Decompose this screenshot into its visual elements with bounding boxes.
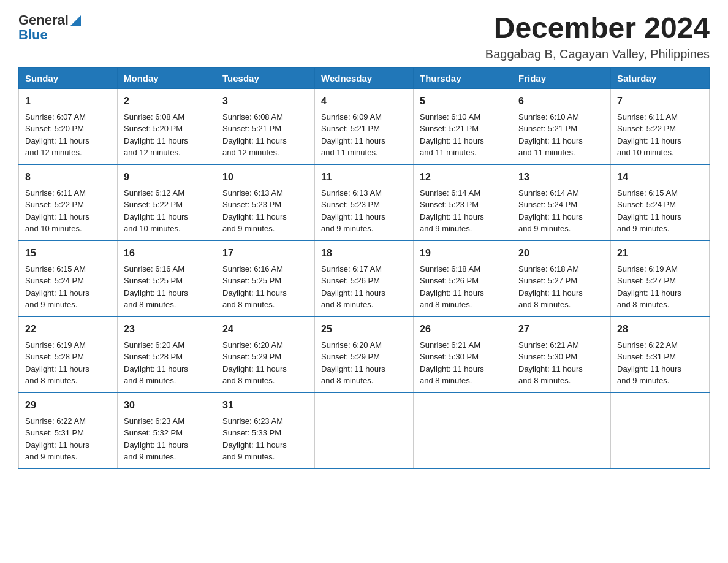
- day-info: Sunrise: 6:10 AMSunset: 5:21 PMDaylight:…: [518, 111, 604, 159]
- calendar-day-cell: 6Sunrise: 6:10 AMSunset: 5:21 PMDaylight…: [512, 88, 611, 164]
- day-info: Sunrise: 6:08 AMSunset: 5:20 PMDaylight:…: [124, 111, 210, 159]
- day-number: 24: [222, 322, 308, 337]
- day-number: 12: [420, 170, 506, 185]
- day-number: 20: [518, 246, 604, 261]
- header-thursday: Thursday: [414, 67, 512, 88]
- day-number: 17: [222, 246, 308, 261]
- calendar-day-cell: 31Sunrise: 6:23 AMSunset: 5:33 PMDayligh…: [216, 393, 315, 469]
- day-info: Sunrise: 6:10 AMSunset: 5:21 PMDaylight:…: [420, 111, 506, 159]
- day-number: 26: [420, 322, 506, 337]
- day-info: Sunrise: 6:21 AMSunset: 5:30 PMDaylight:…: [518, 339, 604, 387]
- calendar-day-cell: 1Sunrise: 6:07 AMSunset: 5:20 PMDaylight…: [19, 88, 118, 164]
- day-info: Sunrise: 6:16 AMSunset: 5:25 PMDaylight:…: [222, 263, 308, 311]
- calendar-day-cell: 22Sunrise: 6:19 AMSunset: 5:28 PMDayligh…: [19, 316, 118, 393]
- day-number: 1: [25, 94, 111, 109]
- day-number: 6: [518, 94, 604, 109]
- calendar-day-cell: 17Sunrise: 6:16 AMSunset: 5:25 PMDayligh…: [216, 240, 315, 316]
- day-number: 27: [518, 322, 604, 337]
- calendar-day-cell: 26Sunrise: 6:21 AMSunset: 5:30 PMDayligh…: [414, 316, 512, 393]
- calendar-day-cell: [611, 393, 710, 469]
- day-info: Sunrise: 6:15 AMSunset: 5:24 PMDaylight:…: [617, 187, 703, 235]
- day-info: Sunrise: 6:12 AMSunset: 5:22 PMDaylight:…: [124, 187, 210, 235]
- calendar-day-cell: 28Sunrise: 6:22 AMSunset: 5:31 PMDayligh…: [611, 316, 710, 393]
- calendar-day-cell: 18Sunrise: 6:17 AMSunset: 5:26 PMDayligh…: [315, 240, 414, 316]
- day-number: 18: [321, 246, 407, 261]
- calendar-day-cell: 29Sunrise: 6:22 AMSunset: 5:31 PMDayligh…: [19, 393, 118, 469]
- day-info: Sunrise: 6:11 AMSunset: 5:22 PMDaylight:…: [617, 111, 703, 159]
- day-number: 22: [25, 322, 111, 337]
- day-info: Sunrise: 6:19 AMSunset: 5:28 PMDaylight:…: [25, 339, 111, 387]
- day-number: 19: [420, 246, 506, 261]
- calendar-day-cell: 20Sunrise: 6:18 AMSunset: 5:27 PMDayligh…: [512, 240, 611, 316]
- logo-general-text: General: [18, 12, 69, 28]
- day-info: Sunrise: 6:07 AMSunset: 5:20 PMDaylight:…: [25, 111, 111, 159]
- day-number: 3: [222, 94, 308, 109]
- calendar-table: SundayMondayTuesdayWednesdayThursdayFrid…: [18, 67, 710, 469]
- calendar-week-row: 8Sunrise: 6:11 AMSunset: 5:22 PMDaylight…: [19, 164, 710, 240]
- day-number: 11: [321, 170, 407, 185]
- day-number: 14: [617, 170, 703, 185]
- calendar-week-row: 22Sunrise: 6:19 AMSunset: 5:28 PMDayligh…: [19, 316, 710, 393]
- day-number: 25: [321, 322, 407, 337]
- day-info: Sunrise: 6:16 AMSunset: 5:25 PMDaylight:…: [124, 263, 210, 311]
- header-saturday: Saturday: [611, 67, 710, 88]
- calendar-day-cell: [315, 393, 414, 469]
- header-tuesday: Tuesday: [216, 67, 315, 88]
- day-info: Sunrise: 6:15 AMSunset: 5:24 PMDaylight:…: [25, 263, 111, 311]
- calendar-day-cell: 2Sunrise: 6:08 AMSunset: 5:20 PMDaylight…: [118, 88, 216, 164]
- day-info: Sunrise: 6:20 AMSunset: 5:29 PMDaylight:…: [222, 339, 308, 387]
- day-info: Sunrise: 6:22 AMSunset: 5:31 PMDaylight:…: [25, 415, 111, 463]
- day-info: Sunrise: 6:23 AMSunset: 5:33 PMDaylight:…: [222, 415, 308, 463]
- header-monday: Monday: [118, 67, 216, 88]
- day-number: 13: [518, 170, 604, 185]
- page-header: General Blue December 2024 Baggabag B, C…: [18, 12, 710, 61]
- day-info: Sunrise: 6:13 AMSunset: 5:23 PMDaylight:…: [321, 187, 407, 235]
- day-number: 7: [617, 94, 703, 109]
- day-info: Sunrise: 6:17 AMSunset: 5:26 PMDaylight:…: [321, 263, 407, 311]
- day-info: Sunrise: 6:09 AMSunset: 5:21 PMDaylight:…: [321, 111, 407, 159]
- header-wednesday: Wednesday: [315, 67, 414, 88]
- calendar-week-row: 15Sunrise: 6:15 AMSunset: 5:24 PMDayligh…: [19, 240, 710, 316]
- day-number: 16: [124, 246, 210, 261]
- day-info: Sunrise: 6:20 AMSunset: 5:29 PMDaylight:…: [321, 339, 407, 387]
- calendar-day-cell: 16Sunrise: 6:16 AMSunset: 5:25 PMDayligh…: [118, 240, 216, 316]
- header-friday: Friday: [512, 67, 611, 88]
- day-info: Sunrise: 6:18 AMSunset: 5:26 PMDaylight:…: [420, 263, 506, 311]
- day-number: 23: [124, 322, 210, 337]
- day-info: Sunrise: 6:23 AMSunset: 5:32 PMDaylight:…: [124, 415, 210, 463]
- day-number: 28: [617, 322, 703, 337]
- calendar-day-cell: 9Sunrise: 6:12 AMSunset: 5:22 PMDaylight…: [118, 164, 216, 240]
- calendar-day-cell: 25Sunrise: 6:20 AMSunset: 5:29 PMDayligh…: [315, 316, 414, 393]
- svg-marker-0: [70, 15, 81, 26]
- day-number: 30: [124, 398, 210, 413]
- day-info: Sunrise: 6:18 AMSunset: 5:27 PMDaylight:…: [518, 263, 604, 311]
- day-number: 4: [321, 94, 407, 109]
- day-number: 2: [124, 94, 210, 109]
- calendar-day-cell: 21Sunrise: 6:19 AMSunset: 5:27 PMDayligh…: [611, 240, 710, 316]
- calendar-day-cell: 7Sunrise: 6:11 AMSunset: 5:22 PMDaylight…: [611, 88, 710, 164]
- calendar-week-row: 29Sunrise: 6:22 AMSunset: 5:31 PMDayligh…: [19, 393, 710, 469]
- day-number: 31: [222, 398, 308, 413]
- day-number: 21: [617, 246, 703, 261]
- day-number: 29: [25, 398, 111, 413]
- day-number: 8: [25, 170, 111, 185]
- calendar-day-cell: 15Sunrise: 6:15 AMSunset: 5:24 PMDayligh…: [19, 240, 118, 316]
- month-title: December 2024: [485, 12, 710, 45]
- location-title: Baggabag B, Cagayan Valley, Philippines: [485, 47, 710, 61]
- day-info: Sunrise: 6:21 AMSunset: 5:30 PMDaylight:…: [420, 339, 506, 387]
- calendar-day-cell: 19Sunrise: 6:18 AMSunset: 5:26 PMDayligh…: [414, 240, 512, 316]
- calendar-day-cell: 5Sunrise: 6:10 AMSunset: 5:21 PMDaylight…: [414, 88, 512, 164]
- calendar-day-cell: 23Sunrise: 6:20 AMSunset: 5:28 PMDayligh…: [118, 316, 216, 393]
- day-number: 10: [222, 170, 308, 185]
- calendar-day-cell: 11Sunrise: 6:13 AMSunset: 5:23 PMDayligh…: [315, 164, 414, 240]
- day-number: 15: [25, 246, 111, 261]
- day-number: 5: [420, 94, 506, 109]
- calendar-day-cell: 12Sunrise: 6:14 AMSunset: 5:23 PMDayligh…: [414, 164, 512, 240]
- calendar-day-cell: 13Sunrise: 6:14 AMSunset: 5:24 PMDayligh…: [512, 164, 611, 240]
- day-info: Sunrise: 6:14 AMSunset: 5:24 PMDaylight:…: [518, 187, 604, 235]
- calendar-week-row: 1Sunrise: 6:07 AMSunset: 5:20 PMDaylight…: [19, 88, 710, 164]
- calendar-day-cell: [414, 393, 512, 469]
- day-info: Sunrise: 6:19 AMSunset: 5:27 PMDaylight:…: [617, 263, 703, 311]
- calendar-day-cell: 30Sunrise: 6:23 AMSunset: 5:32 PMDayligh…: [118, 393, 216, 469]
- day-number: 9: [124, 170, 210, 185]
